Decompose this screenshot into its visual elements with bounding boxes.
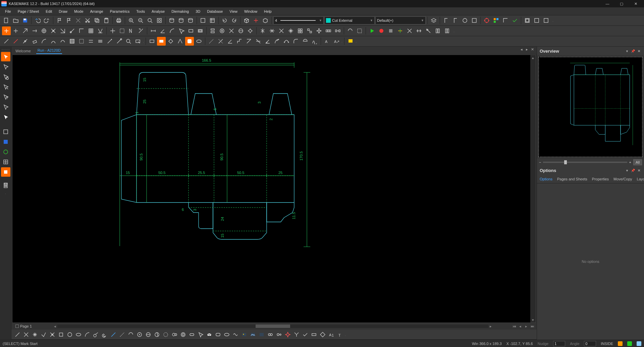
b-wave-icon[interactable]: [231, 331, 239, 339]
zoomsel-icon[interactable]: [124, 37, 133, 46]
poly2-icon[interactable]: [176, 37, 184, 46]
flag2-icon[interactable]: [64, 16, 73, 25]
b-img3-icon[interactable]: [258, 331, 266, 339]
script3-icon[interactable]: [415, 26, 423, 35]
line3-icon[interactable]: [21, 37, 30, 46]
sel-c-icon[interactable]: [127, 26, 136, 35]
layer-dropdown[interactable]: Default(+) ▼: [375, 16, 426, 24]
page-prev-icon[interactable]: ◂: [518, 324, 523, 329]
select-tool-icon[interactable]: [1, 52, 10, 61]
layout2-icon[interactable]: [532, 16, 541, 25]
b-env-icon[interactable]: [205, 331, 213, 339]
halfcirc-icon[interactable]: [301, 37, 310, 46]
check-icon[interactable]: [511, 16, 519, 25]
zoom-extents-icon[interactable]: [155, 16, 164, 25]
ellipse-icon[interactable]: [195, 37, 203, 46]
select7-tool-icon[interactable]: [1, 112, 10, 122]
script2-icon[interactable]: [405, 26, 414, 35]
hatch2-icon[interactable]: [77, 37, 86, 46]
snap-d-icon[interactable]: [49, 26, 58, 35]
corner-icon[interactable]: [501, 16, 510, 25]
b-c3-icon[interactable]: [153, 331, 161, 339]
line1-icon[interactable]: [2, 37, 11, 46]
snap2-icon[interactable]: [451, 16, 460, 25]
dim-rect-icon[interactable]: [186, 26, 195, 35]
script5-icon[interactable]: [433, 26, 442, 35]
minimize-button[interactable]: —: [600, 0, 614, 7]
b-c4-icon[interactable]: [162, 331, 170, 339]
select5-tool-icon[interactable]: ?: [1, 92, 10, 102]
maximize-button[interactable]: ▢: [614, 0, 629, 7]
opt-tab-pages[interactable]: Pages and Sheets: [557, 177, 587, 181]
snap4-icon[interactable]: [470, 16, 479, 25]
cube2-icon[interactable]: [261, 16, 270, 25]
options-pin-icon[interactable]: 📌: [631, 169, 635, 172]
snap-h-icon[interactable]: [96, 26, 105, 35]
sheet1-icon[interactable]: [199, 16, 207, 25]
overview-pin-icon[interactable]: 📌: [631, 49, 635, 53]
b-hrect-icon[interactable]: [310, 331, 318, 339]
b-ell2-icon[interactable]: [223, 331, 231, 339]
lineang1-icon[interactable]: [207, 37, 216, 46]
b-cross-icon[interactable]: [22, 331, 30, 339]
lib1-icon[interactable]: [1, 137, 10, 147]
tab-close-icon[interactable]: ✕: [530, 47, 535, 52]
lib3-icon[interactable]: [1, 157, 10, 167]
text-icon[interactable]: A: [323, 37, 331, 46]
align3-icon[interactable]: [227, 26, 236, 35]
menu-3d[interactable]: 3D: [193, 8, 203, 14]
mirror1-icon[interactable]: [258, 26, 267, 35]
db2-icon[interactable]: [177, 16, 185, 25]
align5-icon[interactable]: [246, 26, 255, 35]
b-rrect-icon[interactable]: [214, 331, 222, 339]
b-spiral-icon[interactable]: [101, 331, 109, 339]
distribute2-icon[interactable]: [333, 26, 342, 35]
page-next-icon[interactable]: ▸: [524, 324, 529, 329]
hscroll-thumb[interactable]: [256, 325, 290, 328]
anglearc-icon[interactable]: [263, 37, 272, 46]
menu-draw[interactable]: Draw: [56, 8, 70, 14]
b-c5-icon[interactable]: [170, 331, 178, 339]
page-first-icon[interactable]: ⏮: [512, 324, 517, 329]
select3-tool-icon[interactable]: [1, 72, 10, 81]
status-nudge-input[interactable]: [553, 341, 565, 346]
delete-icon[interactable]: [74, 16, 83, 25]
snap-grid-icon[interactable]: [87, 26, 95, 35]
zoom-slider[interactable]: [543, 162, 627, 163]
arc1-icon[interactable]: [40, 37, 48, 46]
status-led-ok-icon[interactable]: [627, 341, 632, 346]
play-icon[interactable]: [368, 26, 376, 35]
zoom-plus-icon[interactable]: +: [629, 160, 631, 164]
rect-fill-icon[interactable]: [157, 37, 166, 46]
lib2-icon[interactable]: [1, 147, 10, 157]
layout3-icon[interactable]: [542, 16, 550, 25]
b-c1-icon[interactable]: [136, 331, 144, 339]
zoom-out-icon[interactable]: [136, 16, 145, 25]
offset-icon[interactable]: [87, 37, 95, 46]
opt-tab-properties[interactable]: Properties: [592, 177, 609, 181]
tan1-icon[interactable]: [245, 37, 253, 46]
b-x-icon[interactable]: [48, 331, 56, 339]
b-y-icon[interactable]: [292, 331, 301, 339]
snap-center-icon[interactable]: [40, 26, 48, 35]
menu-diemaking[interactable]: Diemaking: [168, 8, 192, 14]
overview-min-icon[interactable]: ▾: [625, 49, 629, 53]
zoom-window-icon[interactable]: [146, 16, 154, 25]
b-oo2-icon[interactable]: [275, 331, 283, 339]
blocks-icon[interactable]: [492, 16, 500, 25]
save-icon[interactable]: [21, 16, 30, 25]
select2-tool-icon[interactable]: [1, 62, 10, 71]
print-icon[interactable]: [114, 16, 123, 25]
menu-help[interactable]: Help: [261, 8, 275, 14]
move-icon[interactable]: [315, 26, 323, 35]
selrect-icon[interactable]: [133, 37, 142, 46]
lineang2-icon[interactable]: [216, 37, 225, 46]
tab-nav-left-icon[interactable]: ◂: [519, 47, 524, 52]
trim1-icon[interactable]: [346, 26, 355, 35]
b-tx1-icon[interactable]: A1: [327, 331, 335, 339]
b-line-icon[interactable]: [13, 331, 21, 339]
zoom-minus-icon[interactable]: −: [539, 160, 541, 164]
opt-tab-movecopy[interactable]: Move/Copy: [613, 177, 632, 181]
sheet2-icon[interactable]: [208, 16, 217, 25]
hatch-icon[interactable]: [68, 37, 76, 46]
